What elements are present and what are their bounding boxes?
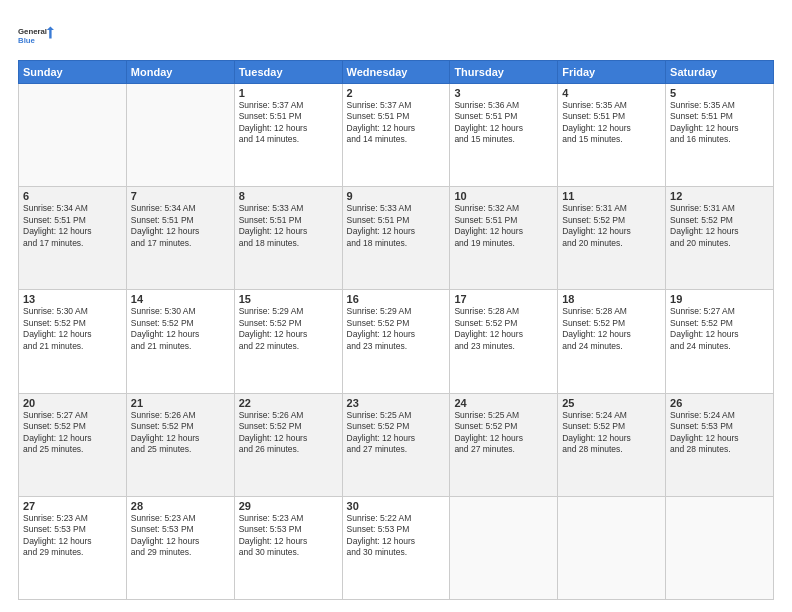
day-number: 10 (454, 190, 553, 202)
cell-info: Sunrise: 5:24 AM Sunset: 5:53 PM Dayligh… (670, 410, 769, 456)
calendar-cell (126, 84, 234, 187)
day-number: 28 (131, 500, 230, 512)
day-number: 6 (23, 190, 122, 202)
calendar-cell: 16Sunrise: 5:29 AM Sunset: 5:52 PM Dayli… (342, 290, 450, 393)
day-number: 16 (347, 293, 446, 305)
cell-info: Sunrise: 5:31 AM Sunset: 5:52 PM Dayligh… (562, 203, 661, 249)
cell-info: Sunrise: 5:29 AM Sunset: 5:52 PM Dayligh… (239, 306, 338, 352)
calendar-cell: 25Sunrise: 5:24 AM Sunset: 5:52 PM Dayli… (558, 393, 666, 496)
col-header-monday: Monday (126, 61, 234, 84)
day-number: 8 (239, 190, 338, 202)
cell-info: Sunrise: 5:30 AM Sunset: 5:52 PM Dayligh… (23, 306, 122, 352)
calendar-cell: 13Sunrise: 5:30 AM Sunset: 5:52 PM Dayli… (19, 290, 127, 393)
cell-info: Sunrise: 5:27 AM Sunset: 5:52 PM Dayligh… (670, 306, 769, 352)
day-number: 13 (23, 293, 122, 305)
cell-info: Sunrise: 5:23 AM Sunset: 5:53 PM Dayligh… (23, 513, 122, 559)
day-number: 14 (131, 293, 230, 305)
cell-info: Sunrise: 5:33 AM Sunset: 5:51 PM Dayligh… (239, 203, 338, 249)
week-row-1: 1Sunrise: 5:37 AM Sunset: 5:51 PM Daylig… (19, 84, 774, 187)
cell-info: Sunrise: 5:25 AM Sunset: 5:52 PM Dayligh… (454, 410, 553, 456)
calendar-cell: 12Sunrise: 5:31 AM Sunset: 5:52 PM Dayli… (666, 187, 774, 290)
calendar-cell: 28Sunrise: 5:23 AM Sunset: 5:53 PM Dayli… (126, 496, 234, 599)
day-number: 1 (239, 87, 338, 99)
day-number: 21 (131, 397, 230, 409)
cell-info: Sunrise: 5:28 AM Sunset: 5:52 PM Dayligh… (454, 306, 553, 352)
header: General Blue (18, 18, 774, 54)
day-number: 24 (454, 397, 553, 409)
day-number: 19 (670, 293, 769, 305)
calendar-cell: 30Sunrise: 5:22 AM Sunset: 5:53 PM Dayli… (342, 496, 450, 599)
calendar-cell: 3Sunrise: 5:36 AM Sunset: 5:51 PM Daylig… (450, 84, 558, 187)
cell-info: Sunrise: 5:24 AM Sunset: 5:52 PM Dayligh… (562, 410, 661, 456)
cell-info: Sunrise: 5:23 AM Sunset: 5:53 PM Dayligh… (131, 513, 230, 559)
calendar-cell (666, 496, 774, 599)
calendar-cell: 9Sunrise: 5:33 AM Sunset: 5:51 PM Daylig… (342, 187, 450, 290)
calendar-cell: 23Sunrise: 5:25 AM Sunset: 5:52 PM Dayli… (342, 393, 450, 496)
col-header-tuesday: Tuesday (234, 61, 342, 84)
col-header-thursday: Thursday (450, 61, 558, 84)
col-header-friday: Friday (558, 61, 666, 84)
calendar-cell: 27Sunrise: 5:23 AM Sunset: 5:53 PM Dayli… (19, 496, 127, 599)
col-header-wednesday: Wednesday (342, 61, 450, 84)
svg-text:General: General (18, 27, 47, 36)
cell-info: Sunrise: 5:37 AM Sunset: 5:51 PM Dayligh… (239, 100, 338, 146)
day-number: 5 (670, 87, 769, 99)
week-row-2: 6Sunrise: 5:34 AM Sunset: 5:51 PM Daylig… (19, 187, 774, 290)
logo-icon: General Blue (18, 18, 54, 54)
cell-info: Sunrise: 5:36 AM Sunset: 5:51 PM Dayligh… (454, 100, 553, 146)
calendar-cell: 18Sunrise: 5:28 AM Sunset: 5:52 PM Dayli… (558, 290, 666, 393)
svg-marker-2 (47, 26, 54, 38)
day-number: 18 (562, 293, 661, 305)
day-number: 17 (454, 293, 553, 305)
calendar-cell: 7Sunrise: 5:34 AM Sunset: 5:51 PM Daylig… (126, 187, 234, 290)
day-number: 3 (454, 87, 553, 99)
logo: General Blue (18, 18, 54, 54)
calendar-cell: 6Sunrise: 5:34 AM Sunset: 5:51 PM Daylig… (19, 187, 127, 290)
day-number: 23 (347, 397, 446, 409)
day-number: 12 (670, 190, 769, 202)
day-number: 30 (347, 500, 446, 512)
week-row-5: 27Sunrise: 5:23 AM Sunset: 5:53 PM Dayli… (19, 496, 774, 599)
calendar-cell: 10Sunrise: 5:32 AM Sunset: 5:51 PM Dayli… (450, 187, 558, 290)
cell-info: Sunrise: 5:28 AM Sunset: 5:52 PM Dayligh… (562, 306, 661, 352)
calendar-cell: 29Sunrise: 5:23 AM Sunset: 5:53 PM Dayli… (234, 496, 342, 599)
calendar-cell: 19Sunrise: 5:27 AM Sunset: 5:52 PM Dayli… (666, 290, 774, 393)
cell-info: Sunrise: 5:33 AM Sunset: 5:51 PM Dayligh… (347, 203, 446, 249)
day-number: 27 (23, 500, 122, 512)
calendar-cell: 17Sunrise: 5:28 AM Sunset: 5:52 PM Dayli… (450, 290, 558, 393)
cell-info: Sunrise: 5:29 AM Sunset: 5:52 PM Dayligh… (347, 306, 446, 352)
calendar-cell: 24Sunrise: 5:25 AM Sunset: 5:52 PM Dayli… (450, 393, 558, 496)
calendar-cell: 14Sunrise: 5:30 AM Sunset: 5:52 PM Dayli… (126, 290, 234, 393)
col-header-sunday: Sunday (19, 61, 127, 84)
calendar-cell (450, 496, 558, 599)
cell-info: Sunrise: 5:37 AM Sunset: 5:51 PM Dayligh… (347, 100, 446, 146)
day-number: 29 (239, 500, 338, 512)
svg-text:Blue: Blue (18, 36, 36, 45)
calendar-cell (19, 84, 127, 187)
day-number: 26 (670, 397, 769, 409)
calendar-cell (558, 496, 666, 599)
day-number: 7 (131, 190, 230, 202)
calendar-cell: 4Sunrise: 5:35 AM Sunset: 5:51 PM Daylig… (558, 84, 666, 187)
cell-info: Sunrise: 5:22 AM Sunset: 5:53 PM Dayligh… (347, 513, 446, 559)
cell-info: Sunrise: 5:27 AM Sunset: 5:52 PM Dayligh… (23, 410, 122, 456)
day-number: 20 (23, 397, 122, 409)
calendar-cell: 8Sunrise: 5:33 AM Sunset: 5:51 PM Daylig… (234, 187, 342, 290)
calendar-cell: 21Sunrise: 5:26 AM Sunset: 5:52 PM Dayli… (126, 393, 234, 496)
cell-info: Sunrise: 5:35 AM Sunset: 5:51 PM Dayligh… (670, 100, 769, 146)
cell-info: Sunrise: 5:34 AM Sunset: 5:51 PM Dayligh… (23, 203, 122, 249)
cell-info: Sunrise: 5:32 AM Sunset: 5:51 PM Dayligh… (454, 203, 553, 249)
cell-info: Sunrise: 5:34 AM Sunset: 5:51 PM Dayligh… (131, 203, 230, 249)
cell-info: Sunrise: 5:35 AM Sunset: 5:51 PM Dayligh… (562, 100, 661, 146)
day-number: 11 (562, 190, 661, 202)
day-number: 9 (347, 190, 446, 202)
calendar-table: SundayMondayTuesdayWednesdayThursdayFrid… (18, 60, 774, 600)
cell-info: Sunrise: 5:23 AM Sunset: 5:53 PM Dayligh… (239, 513, 338, 559)
cell-info: Sunrise: 5:26 AM Sunset: 5:52 PM Dayligh… (239, 410, 338, 456)
day-number: 4 (562, 87, 661, 99)
calendar-cell: 5Sunrise: 5:35 AM Sunset: 5:51 PM Daylig… (666, 84, 774, 187)
page: General Blue SundayMondayTuesdayWednesda… (0, 0, 792, 612)
day-number: 22 (239, 397, 338, 409)
week-row-3: 13Sunrise: 5:30 AM Sunset: 5:52 PM Dayli… (19, 290, 774, 393)
day-number: 2 (347, 87, 446, 99)
